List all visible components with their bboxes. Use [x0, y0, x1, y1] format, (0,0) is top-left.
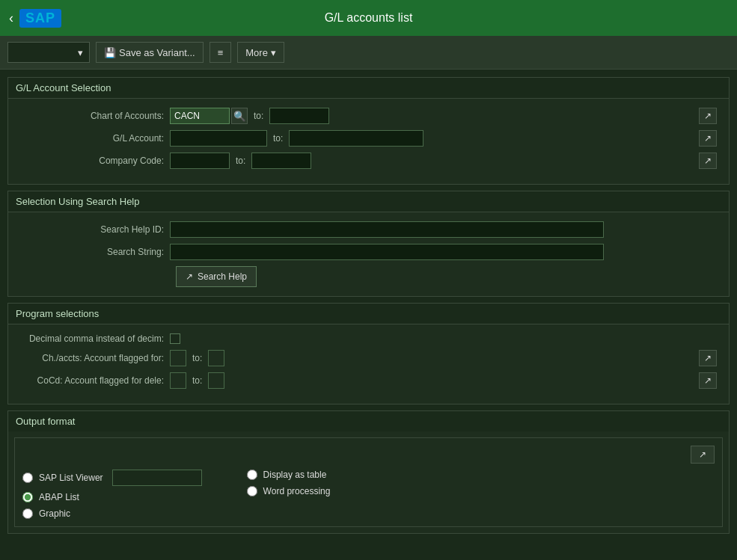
company-code-to-input[interactable] [251, 153, 311, 169]
range-icon: ↗ [704, 133, 712, 144]
search-icon: 🔍 [233, 111, 246, 122]
gl-account-selection-title: G/L Account Selection [16, 82, 111, 93]
search-string-input[interactable] [170, 244, 604, 260]
output-format-body: ↗ SAP List Viewer [8, 431, 729, 533]
range-icon: ↗ [704, 375, 712, 386]
output-format-inner: ↗ SAP List Viewer [14, 437, 723, 527]
list-icon: ≡ [218, 47, 224, 58]
cocd-to-input[interactable] [208, 372, 224, 389]
search-help-button-label: Search Help [198, 271, 247, 282]
gl-account-to-input[interactable] [289, 130, 423, 147]
gl-account-to-label: to: [273, 133, 283, 144]
ch-accts-input[interactable] [170, 350, 186, 366]
range-icon: ↗ [704, 353, 712, 363]
decimal-comma-row: Decimal comma instead of decim: [20, 333, 717, 344]
radio-graphic: Graphic [22, 508, 202, 519]
output-format-toolbar: ↗ [22, 446, 715, 464]
radio-col-left: SAP List Viewer ABAP List Graphic [22, 470, 202, 519]
list-icon-button[interactable]: ≡ [210, 42, 232, 63]
save-variant-label: Save as Variant... [119, 47, 195, 58]
gl-account-range-button[interactable]: ↗ [699, 130, 717, 147]
ch-accts-row: Ch./accts: Account flagged for: to: ↗ [20, 350, 717, 366]
radio-col-right: Display as table Word processing [247, 470, 331, 519]
chevron-down-icon: ▾ [78, 47, 83, 58]
back-button[interactable]: ‹ [9, 10, 13, 26]
gl-account-input[interactable] [170, 130, 267, 147]
search-help-title: Selection Using Search Help [16, 196, 139, 207]
sap-logo: SAP [19, 9, 61, 28]
search-help-id-label: Search Help ID: [20, 224, 170, 235]
decimal-comma-label: Decimal comma instead of decim: [20, 333, 170, 344]
radio-abap-list-label: ABAP List [39, 492, 79, 502]
output-format-header: Output format [8, 411, 729, 431]
ch-accts-range-button[interactable]: ↗ [699, 350, 717, 366]
search-help-header: Selection Using Search Help [8, 191, 729, 212]
chart-of-accounts-search-button[interactable]: 🔍 [231, 108, 248, 124]
ch-accts-to-input[interactable] [208, 350, 224, 366]
output-format-section: Output format ↗ SAP List Viewer [7, 410, 730, 534]
more-chevron-icon: ▾ [271, 47, 276, 58]
chart-of-accounts-input[interactable] [170, 108, 230, 124]
sap-list-viewer-value-input[interactable] [112, 470, 202, 486]
radio-sap-list-viewer-input[interactable] [22, 473, 33, 483]
more-button[interactable]: More ▾ [237, 42, 284, 63]
company-code-range-button[interactable]: ↗ [699, 153, 717, 169]
radio-graphic-input[interactable] [22, 508, 33, 519]
chart-of-accounts-label: Chart of Accounts: [20, 111, 170, 121]
more-label: More [245, 47, 268, 58]
company-code-label: Company Code: [20, 156, 170, 166]
range-icon: ↗ [704, 156, 712, 166]
company-code-to-label: to: [236, 156, 245, 166]
expand-icon: ↗ [699, 449, 706, 460]
ch-accts-to-label: to: [192, 353, 202, 363]
radio-graphic-label: Graphic [39, 508, 70, 519]
search-help-id-input[interactable] [170, 221, 604, 238]
search-string-label: Search String: [20, 247, 170, 257]
main-content: G/L Account Selection Chart of Accounts:… [0, 70, 737, 541]
output-format-expand-button[interactable]: ↗ [691, 446, 715, 464]
company-code-input[interactable] [170, 153, 230, 169]
chart-of-accounts-to-label: to: [254, 111, 263, 121]
radio-abap-list-input[interactable] [22, 492, 33, 502]
ch-accts-label: Ch./accts: Account flagged for: [20, 353, 170, 363]
save-variant-button[interactable]: 💾 Save as Variant... [96, 42, 204, 63]
search-help-button[interactable]: ↗ Search Help [176, 266, 257, 287]
cocd-to-label: to: [192, 375, 202, 386]
program-selections-section: Program selections Decimal comma instead… [7, 303, 730, 404]
chart-of-accounts-row: Chart of Accounts: 🔍 to: ↗ [20, 108, 717, 124]
company-code-row: Company Code: to: ↗ [20, 153, 717, 169]
radio-abap-list: ABAP List [22, 492, 202, 502]
radio-sap-list-viewer-label: SAP List Viewer [39, 473, 103, 483]
radio-word-processing-input[interactable] [247, 486, 257, 496]
toolbar: ▾ 💾 Save as Variant... ≡ More ▾ [0, 36, 737, 70]
cocd-range-button[interactable]: ↗ [699, 372, 717, 389]
cocd-input[interactable] [170, 372, 186, 389]
radio-display-as-table-label: Display as table [263, 470, 327, 480]
gl-account-selection-header: G/L Account Selection [8, 78, 729, 99]
program-selections-body: Decimal comma instead of decim: Ch./acct… [8, 324, 729, 404]
radio-display-as-table-input[interactable] [247, 470, 257, 480]
search-help-id-row: Search Help ID: [20, 221, 717, 238]
toolbar-dropdown[interactable]: ▾ [7, 42, 90, 63]
program-selections-title: Program selections [16, 308, 99, 319]
save-variant-icon: 💾 [104, 47, 116, 58]
radio-groups: SAP List Viewer ABAP List Graphic [22, 470, 715, 519]
chart-of-accounts-range-button[interactable]: ↗ [699, 108, 717, 124]
decimal-comma-checkbox[interactable] [170, 333, 180, 344]
gl-account-row: G/L Account: to: ↗ [20, 130, 717, 147]
radio-word-processing-label: Word processing [263, 486, 331, 496]
radio-display-as-table: Display as table [247, 470, 331, 480]
radio-sap-list-viewer: SAP List Viewer [22, 470, 202, 486]
gl-account-label: G/L Account: [20, 133, 170, 144]
app-header: ‹ SAP G/L accounts list [0, 0, 737, 36]
cocd-label: CoCd: Account flagged for dele: [20, 375, 170, 386]
radio-word-processing: Word processing [247, 486, 331, 496]
range-icon: ↗ [704, 111, 712, 121]
page-title: G/L accounts list [325, 11, 413, 25]
chart-of-accounts-to-input[interactable] [269, 108, 329, 124]
search-help-body: Search Help ID: Search String: ↗ Search … [8, 212, 729, 296]
output-format-title: Output format [16, 416, 75, 427]
search-help-section: Selection Using Search Help Search Help … [7, 191, 730, 297]
search-string-row: Search String: [20, 244, 717, 260]
gl-account-selection-section: G/L Account Selection Chart of Accounts:… [7, 77, 730, 185]
